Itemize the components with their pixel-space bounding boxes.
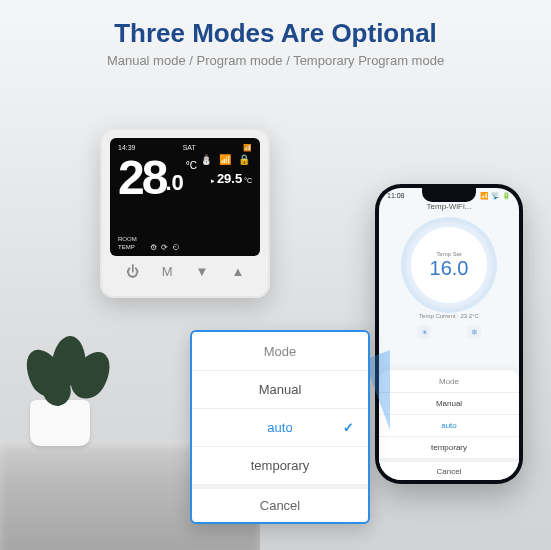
mode-popup: Mode Manual auto ✓ temporary Cancel [190, 330, 370, 524]
phone-time: 11:08 [387, 192, 405, 200]
phone-screen: 11:08 📶 📡 🔋 Temp-WiFi... Temp Set 16.0 T… [379, 188, 519, 480]
phone-mode-icons: ☀ ❄ [379, 325, 519, 339]
thermostat-unit: °C [186, 160, 197, 171]
sheet-option-auto[interactable]: auto [379, 414, 519, 436]
sheet-option-temporary[interactable]: temporary [379, 436, 519, 458]
down-button[interactable]: ▼ [196, 264, 209, 279]
sun-icon[interactable]: ☀ [417, 325, 431, 339]
page-title: Three Modes Are Optional [10, 18, 541, 49]
thermostat-room-label-2: TEMP [118, 244, 135, 250]
plant-leaves [18, 336, 118, 406]
thermostat-room-temp: 28 [118, 154, 165, 202]
popup-cancel[interactable]: Cancel [192, 484, 368, 522]
thermostat-buttons: ⏻ M ▼ ▲ [110, 256, 260, 279]
subtitle-part-temporary: Temporary Program mode [293, 53, 444, 68]
current-temp-line: Temp Current : 23.2°C [379, 313, 519, 319]
phone-status-icons: 📶 📡 🔋 [480, 192, 511, 200]
phone-action-sheet: Mode Manual auto temporary Cancel [379, 370, 519, 480]
thermostat-bottom-icons: ⚙ ⟳ ⏲ [150, 243, 181, 252]
header: Three Modes Are Optional Manual mode / P… [0, 0, 551, 74]
phone-notch [422, 188, 476, 202]
page-subtitle: Manual mode / Program mode / Temporary P… [10, 53, 541, 68]
phone-device: 11:08 📶 📡 🔋 Temp-WiFi... Temp Set 16.0 T… [375, 184, 523, 484]
subtitle-part-program: Program mode [197, 53, 283, 68]
check-icon: ✓ [343, 420, 354, 435]
thermostat-room-temp-dec: .0 [165, 170, 183, 196]
subtitle-part-manual: Manual mode [107, 53, 186, 68]
popup-option-temporary[interactable]: temporary [192, 446, 368, 484]
thermostat-set-arrow: ▸ [211, 177, 215, 184]
plant-pot [30, 400, 90, 446]
thermostat-set-unit: °C [244, 177, 252, 184]
popup-option-auto[interactable]: auto ✓ [192, 408, 368, 446]
wifi-icon: 📶 [243, 144, 252, 152]
subtitle-sep: / [189, 53, 196, 68]
popup-option-manual[interactable]: Manual [192, 370, 368, 408]
thermostat-device: 14:39 SAT 📶 28 .0 °C ⛄ 📶 🔒 ▸ 29.5 °C ROO… [100, 128, 270, 298]
dial-temp: 16.0 [430, 257, 469, 280]
thermostat-time: 14:39 [118, 144, 136, 152]
thermostat-day: SAT [183, 144, 196, 152]
sheet-title: Mode [379, 370, 519, 392]
popup-title: Mode [192, 332, 368, 370]
popup-option-auto-label: auto [267, 420, 292, 435]
thermostat-room-label-1: ROOM [118, 236, 137, 242]
thermostat-screen: 14:39 SAT 📶 28 .0 °C ⛄ 📶 🔒 ▸ 29.5 °C ROO… [110, 138, 260, 256]
sheet-cancel[interactable]: Cancel [379, 458, 519, 480]
thermostat-status-icons: ⛄ 📶 🔒 [200, 154, 252, 165]
thermostat-set-temp: 29.5 [217, 171, 242, 186]
power-button[interactable]: ⏻ [126, 264, 139, 279]
sheet-option-manual[interactable]: Manual [379, 392, 519, 414]
up-button[interactable]: ▲ [232, 264, 245, 279]
temp-dial[interactable]: Temp Set 16.0 [405, 221, 493, 309]
phone-app-title: Temp-WiFi... [379, 202, 519, 211]
mode-button[interactable]: M [162, 264, 173, 279]
snowflake-icon[interactable]: ❄ [467, 325, 481, 339]
